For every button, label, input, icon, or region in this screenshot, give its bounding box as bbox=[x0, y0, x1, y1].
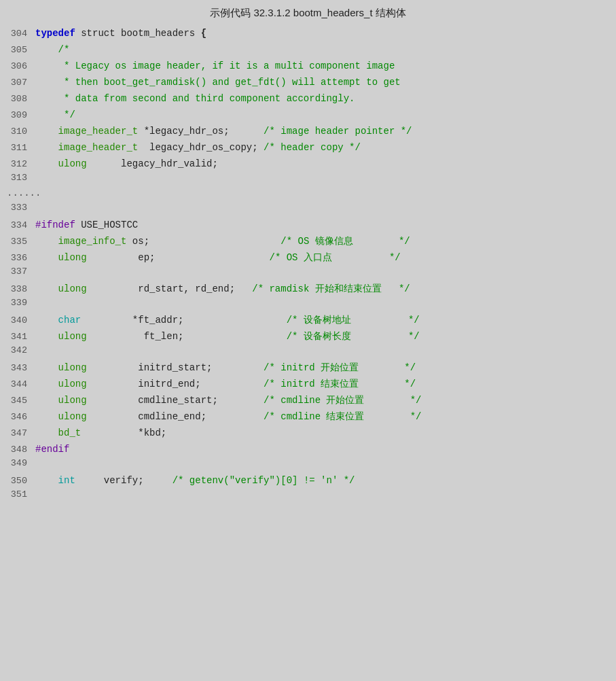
token-comment: */ bbox=[365, 395, 422, 406]
token-comment: /* cmdline 开始位置 bbox=[218, 395, 365, 406]
line-number: 306 bbox=[0, 61, 35, 71]
code-line: 344 ulong initrd_end; /* initrd 结束位置 */ bbox=[0, 376, 616, 392]
token-plain: legacy_hdr_os_copy; bbox=[144, 142, 264, 153]
line-number: 305 bbox=[0, 45, 35, 55]
code-line: 341 ulong ft_len; /* 设备树长度 */ bbox=[0, 328, 616, 345]
line-number: 351 bbox=[0, 489, 35, 500]
token-comment: /* initrd 结束位置 bbox=[201, 379, 359, 389]
line-content: ulong cmdline_start; /* cmdline 开始位置 */ bbox=[35, 393, 616, 408]
code-line: 336 ulong ep; /* OS 入口点 */ bbox=[0, 249, 616, 266]
line-number: 334 bbox=[0, 220, 35, 230]
token-comment: */ bbox=[351, 331, 420, 342]
line-number: 308 bbox=[0, 94, 35, 104]
line-number: 350 bbox=[0, 476, 35, 486]
token-comment: */ bbox=[35, 109, 75, 120]
token-kw-green: ulong bbox=[35, 362, 87, 373]
line-number: 346 bbox=[0, 412, 35, 422]
token-kw-purple: #ifndef bbox=[35, 220, 75, 230]
line-content: ulong ep; /* OS 入口点 */ bbox=[35, 250, 616, 265]
token-brace: { bbox=[201, 28, 206, 39]
code-line: 349 bbox=[0, 457, 616, 472]
code-line: 348#endif bbox=[0, 441, 616, 457]
token-comment: /* getenv("verify")[0] != 'n' */ bbox=[144, 475, 355, 486]
code-line: 347 bd_t *kbd; bbox=[0, 425, 616, 441]
code-line: 340 char *ft_addr; /* 设备树地址 */ bbox=[0, 312, 616, 328]
token-plain: *kbd; bbox=[81, 427, 166, 438]
code-line: 345 ulong cmdline_start; /* cmdline 开始位置… bbox=[0, 392, 616, 408]
line-content: ulong initrd_end; /* initrd 结束位置 */ bbox=[35, 377, 616, 391]
token-comment: */ bbox=[365, 411, 422, 422]
line-number: 313 bbox=[0, 173, 35, 183]
token-kw-green: ulong bbox=[35, 252, 87, 263]
token-comment: /* bbox=[35, 44, 69, 55]
token-comment: /* image header pointer */ bbox=[230, 126, 412, 137]
token-kw-purple: #endif bbox=[35, 444, 69, 455]
line-number: 335 bbox=[0, 237, 35, 247]
line-content: image_header_t legacy_hdr_os_copy; /* he… bbox=[35, 140, 616, 155]
token-kw-green: ulong bbox=[35, 158, 87, 169]
token-comment: * Legacy os image header, if it is a mul… bbox=[35, 60, 395, 71]
token-plain: *legacy_hdr_os; bbox=[144, 126, 230, 137]
code-line: 306 * Legacy os image header, if it is a… bbox=[0, 58, 616, 74]
code-line: 312 ulong legacy_hdr_valid; bbox=[0, 156, 616, 172]
line-content: ulong legacy_hdr_valid; bbox=[35, 156, 616, 171]
line-content: ulong ft_len; /* 设备树长度 */ bbox=[35, 329, 616, 344]
line-number: 312 bbox=[0, 159, 35, 169]
code-line: 337 bbox=[0, 266, 616, 281]
token-comment: * data from second and third component a… bbox=[35, 93, 355, 104]
code-line: 333 bbox=[0, 202, 616, 217]
code-line: 351 bbox=[0, 489, 616, 504]
token-comment: /* ramdisk 开始和结束位置 bbox=[235, 283, 382, 294]
token-comment: * then boot_get_ramdisk() and get_fdt() … bbox=[35, 77, 401, 88]
line-content: typedef struct bootm_headers { bbox=[35, 26, 616, 41]
line-content: ulong rd_start, rd_end; /* ramdisk 开始和结束… bbox=[35, 281, 616, 296]
line-number: 337 bbox=[0, 266, 35, 277]
line-number: 304 bbox=[0, 29, 35, 39]
code-line: 343 ulong initrd_start; /* initrd 开始位置 *… bbox=[0, 360, 616, 376]
page-title: 示例代码 32.3.1.2 bootm_headers_t 结构体 bbox=[0, 0, 616, 25]
token-comment: */ bbox=[359, 362, 416, 373]
code-line: 346 ulong cmdline_end; /* cmdline 结束位置 *… bbox=[0, 408, 616, 425]
token-kw-green: image_info_t bbox=[35, 236, 132, 247]
line-content: * Legacy os image header, if it is a mul… bbox=[35, 58, 616, 73]
line-number: 342 bbox=[0, 345, 35, 355]
line-number: 310 bbox=[0, 126, 35, 137]
line-number: 307 bbox=[0, 77, 35, 88]
token-comment: /* initrd 开始位置 bbox=[212, 362, 359, 373]
token-plain: *ft_addr; bbox=[81, 315, 183, 326]
token-plain: USE_HOSTCC bbox=[75, 220, 138, 230]
token-plain: verify; bbox=[75, 475, 144, 486]
line-content: #ifndef USE_HOSTCC bbox=[35, 217, 616, 232]
line-number: 347 bbox=[0, 428, 35, 438]
token-kw-green: ulong bbox=[35, 283, 87, 294]
token-kw-green: ulong bbox=[35, 379, 87, 389]
token-kw-green: image_header_t bbox=[35, 126, 144, 137]
token-plain: cmdline_end; bbox=[87, 411, 206, 422]
token-plain: struct bootm_headers bbox=[75, 28, 201, 39]
line-number: 345 bbox=[0, 396, 35, 406]
token-plain: initrd_start; bbox=[87, 362, 213, 373]
token-plain: ep; bbox=[87, 252, 156, 263]
token-kw-green: ulong bbox=[35, 395, 87, 406]
token-plain: rd_start, rd_end; bbox=[87, 283, 235, 294]
code-line: 342 bbox=[0, 345, 616, 360]
code-line: 310 image_header_t *legacy_hdr_os; /* im… bbox=[0, 123, 616, 139]
line-content: int verify; /* getenv("verify")[0] != 'n… bbox=[35, 473, 616, 488]
line-content: char *ft_addr; /* 设备树地址 */ bbox=[35, 313, 616, 328]
token-comment: */ bbox=[351, 315, 420, 326]
line-content: ulong cmdline_end; /* cmdline 结束位置 */ bbox=[35, 409, 616, 424]
token-comment: /* OS 入口点 bbox=[155, 252, 331, 263]
token-kw-cyan: int bbox=[35, 475, 75, 486]
line-number: 333 bbox=[0, 203, 35, 213]
code-line: 311 image_header_t legacy_hdr_os_copy; /… bbox=[0, 139, 616, 156]
ellipsis-marker: ...... bbox=[7, 188, 41, 198]
token-plain: initrd_end; bbox=[87, 379, 201, 389]
line-number: 338 bbox=[0, 284, 35, 294]
line-number: 309 bbox=[0, 110, 35, 120]
code-line: 304typedef struct bootm_headers { bbox=[0, 25, 616, 41]
token-comment: /* header copy */ bbox=[264, 142, 361, 153]
line-content: */ bbox=[35, 107, 616, 122]
token-kw-green: ulong bbox=[35, 411, 87, 422]
token-comment: /* cmdline 结束位置 bbox=[206, 411, 364, 422]
code-line: 308 * data from second and third compone… bbox=[0, 90, 616, 107]
